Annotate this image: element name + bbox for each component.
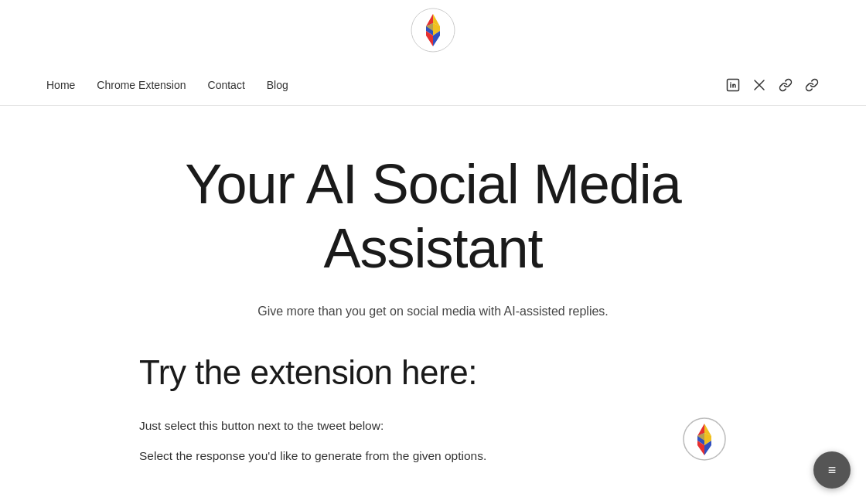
instruction-1: Just select this button next to the twee… xyxy=(139,417,667,434)
hero-subtitle: Give more than you get on social media w… xyxy=(257,302,609,321)
logo-icon xyxy=(411,8,455,53)
linkedin-icon[interactable] xyxy=(725,77,741,93)
chat-button[interactable]: ≡ xyxy=(813,451,851,489)
nav-blog[interactable]: Blog xyxy=(267,79,288,91)
extension-button-icon[interactable] xyxy=(682,417,727,461)
try-heading: Try the extension here: xyxy=(139,353,477,392)
instruction-2: Select the response you'd like to genera… xyxy=(139,447,667,465)
nav-chrome-extension[interactable]: Chrome Extension xyxy=(97,79,186,91)
nav-home[interactable]: Home xyxy=(46,79,75,91)
main-content: Your AI Social Media Assistant Give more… xyxy=(0,106,866,495)
hero-title: Your AI Social Media Assistant xyxy=(162,152,704,281)
nav-bar: Home Chrome Extension Contact Blog xyxy=(0,65,866,106)
twitter-icon[interactable] xyxy=(752,77,767,93)
nav-icons xyxy=(725,77,820,93)
link2-icon[interactable] xyxy=(804,77,820,93)
nav-links: Home Chrome Extension Contact Blog xyxy=(46,79,288,91)
demo-text-col: Just select this button next to the twee… xyxy=(139,417,667,465)
logo-container xyxy=(411,8,455,56)
chat-icon: ≡ xyxy=(828,462,837,478)
demo-button-container xyxy=(682,417,727,461)
header: Home Chrome Extension Contact Blog xyxy=(0,0,866,106)
extension-demo-row: Just select this button next to the twee… xyxy=(93,417,773,465)
nav-contact[interactable]: Contact xyxy=(208,79,245,91)
link1-icon[interactable] xyxy=(778,77,793,93)
